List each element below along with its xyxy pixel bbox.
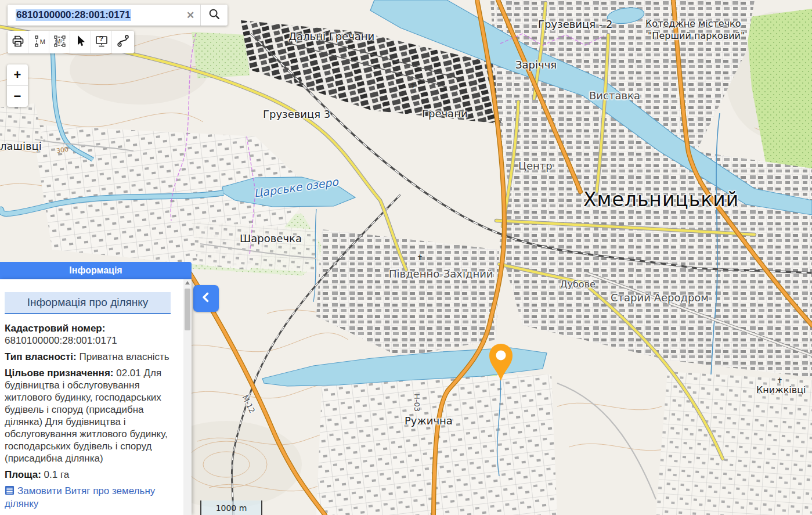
measure-area-tool[interactable]: M² (49, 31, 70, 53)
field-value: 0.1 га (44, 469, 70, 480)
field-value: Приватна власність (79, 351, 169, 362)
map-toolbar: M M² ? (8, 31, 134, 53)
measure-area-label: M² (56, 38, 63, 45)
route-tool[interactable] (112, 31, 134, 53)
measure-length-tool[interactable]: M (28, 31, 49, 53)
panel-scrollbar[interactable] (183, 279, 192, 515)
field-ownership-type: Тип власності: Приватна власність (5, 351, 171, 363)
close-icon: ✕ (186, 10, 194, 21)
scroll-up-icon[interactable] (185, 281, 190, 284)
field-value: 6810100000:28:001:0171 (5, 335, 117, 346)
parcel-marker-pin[interactable] (485, 343, 517, 386)
help-question-label: ? (99, 35, 103, 43)
clear-search-button[interactable]: ✕ (181, 9, 200, 21)
field-value: 02.01 Для будівництва і обслуговування ж… (5, 368, 168, 464)
search-input-value: 6810100000:28:001:0171 (16, 9, 131, 21)
scale-bar-label: 1000 m (216, 503, 247, 513)
search-icon (208, 8, 221, 23)
field-label: Площа: (5, 469, 41, 480)
scrollbar-thumb[interactable] (185, 289, 190, 330)
chevron-left-icon (199, 290, 214, 307)
info-panel: Інформація про ділянку Кадастровий номер… (0, 279, 192, 515)
panel-collapse-button[interactable] (193, 285, 219, 312)
field-area: Площа: 0.1 га (5, 469, 171, 481)
field-label: Цільове призначення: (5, 368, 113, 379)
search-input[interactable]: 6810100000:28:001:0171 (8, 9, 181, 21)
field-designated-purpose: Цільове призначення: 02.01 Для будівницт… (5, 367, 171, 464)
print-tool[interactable] (8, 31, 28, 53)
select-cursor-tool[interactable] (70, 31, 91, 53)
zoom-in-button[interactable]: + (7, 64, 28, 86)
zoom-control: + − (7, 64, 28, 107)
info-panel-header[interactable]: Інформація (0, 262, 192, 279)
printer-icon (11, 34, 25, 51)
help-tool[interactable]: ? (91, 31, 112, 53)
cursor-arrow-icon (74, 34, 88, 51)
measure-length-label: M (40, 38, 45, 45)
search-bar: 6810100000:28:001:0171 ✕ (8, 5, 228, 26)
zoom-out-button[interactable]: − (7, 86, 28, 107)
field-label: Кадастровий номер: (5, 323, 105, 334)
route-icon (116, 34, 131, 51)
search-button[interactable] (201, 5, 228, 26)
order-extract-link[interactable]: Замовити Витяг про земельну ділянку (5, 485, 171, 510)
field-label: Тип власності: (5, 351, 77, 362)
scale-bar: 1000 m (200, 500, 262, 515)
link-text: Замовити Витяг про земельну ділянку (5, 485, 155, 509)
field-cadastral-number: Кадастровий номер: 6810100000:28:001:017… (5, 322, 171, 347)
parcel-info-title: Інформація про ділянку (5, 292, 171, 314)
document-list-icon (5, 485, 15, 495)
